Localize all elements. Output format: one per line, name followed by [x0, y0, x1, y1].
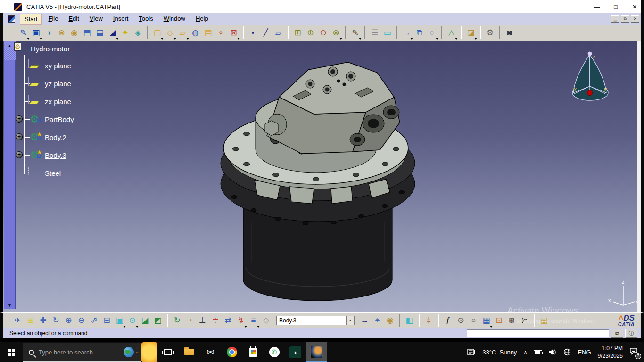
tree-item-body-3[interactable]: +⚙⚙★Body.3 [14, 148, 66, 162]
pocket-icon[interactable]: ⬓ [93, 26, 106, 39]
settings-icon[interactable]: ⚙ [484, 26, 496, 39]
equivalent-dimensions-icon[interactable]: }= [518, 314, 531, 327]
combobox-value[interactable]: Body.3 [276, 316, 346, 325]
plane-icon[interactable] [28, 59, 29, 68]
normal-view-icon[interactable]: ⇗ [88, 314, 100, 327]
tree-item-zx-plane[interactable]: zx plane [14, 94, 71, 108]
chevron-up-icon[interactable]: ∧ [523, 349, 527, 355]
mirror-icon[interactable]: ⧉ [413, 26, 426, 39]
specification-list-icon[interactable]: ≡ [247, 314, 260, 327]
menu-insert[interactable]: Insert [109, 14, 133, 25]
knowledge-comment-icon[interactable]: ⊙ [454, 314, 467, 327]
mdi-close-button[interactable]: ✕ [631, 15, 639, 23]
pad-icon[interactable]: ⬒ [81, 26, 93, 39]
update-all-icon[interactable]: ↻ [171, 314, 183, 327]
tree-item-label[interactable]: yz plane [45, 80, 71, 88]
zoom-in-icon[interactable]: ⊕ [62, 314, 75, 327]
speaker-icon[interactable] [549, 349, 557, 355]
body-gear-icon[interactable]: ⚙⚙★ [28, 149, 41, 161]
taskbar-file-explorer[interactable] [179, 342, 200, 362]
knowledge-lock-icon[interactable]: ¤ [467, 314, 480, 327]
design-table-icon[interactable]: ▦ [480, 314, 493, 327]
bounding-box-icon[interactable]: ▭ [381, 26, 394, 39]
apply-material-icon[interactable]: ◧ [403, 314, 416, 327]
chamfer-icon[interactable]: ◇ [164, 26, 176, 39]
plane-icon[interactable] [28, 95, 29, 104]
scroll-down-button[interactable]: ▼ [4, 301, 16, 309]
tree-item-xy-plane[interactable]: xy plane [14, 58, 71, 73]
taskbar-chrome[interactable] [221, 342, 242, 362]
fly-mode-icon[interactable]: ✈ [11, 314, 24, 327]
power-copy-icon[interactable]: ↯ [234, 314, 247, 327]
rotate-icon[interactable]: ↻ [50, 314, 62, 327]
weather-status[interactable]: 33°C Sunny [482, 349, 517, 356]
cylinder-pad-icon[interactable]: ⊜ [55, 26, 68, 39]
plane-icon[interactable]: ▱ [272, 26, 285, 39]
power-input-field[interactable] [467, 329, 609, 337]
part-icon[interactable]: ⚙ [14, 42, 21, 51]
swap-visible-space-icon[interactable]: ◩ [151, 314, 164, 327]
scaling-icon[interactable]: △ [445, 26, 458, 39]
thickness-icon[interactable]: ▤ [202, 26, 215, 39]
tree-root-label[interactable]: Hydro-motor [31, 45, 70, 53]
assemble-icon[interactable]: ⊞ [291, 26, 304, 39]
mdi-minimize-button[interactable]: ▁ [611, 15, 619, 23]
taskbar-whatsapp[interactable]: ✆ [264, 342, 285, 362]
render-style-icon[interactable]: ⊙ [126, 314, 139, 327]
tree-item-partbody[interactable]: +⚙⚙PartBody [14, 112, 74, 126]
tree-item-label[interactable]: PartBody [45, 115, 74, 123]
pan-icon[interactable]: ✚ [37, 314, 50, 327]
manual-update-icon[interactable]: ◔ [183, 314, 196, 327]
expand-command-button[interactable]: ⧉ [611, 329, 623, 338]
tree-item-label[interactable]: Body.2 [45, 133, 66, 141]
plane-icon[interactable] [28, 77, 29, 86]
point-icon[interactable]: • [247, 26, 259, 39]
combobox-dropdown-icon[interactable]: ▾ [346, 316, 355, 325]
sketch-icon[interactable]: ✎ [17, 26, 30, 39]
edge-fillet-icon[interactable]: ▢ [151, 26, 164, 39]
knowledge-template-icon[interactable]: ⊡ [493, 314, 505, 327]
constraint-ruler-icon[interactable]: ‡ [422, 314, 435, 327]
body-gear-icon[interactable]: ⚙⚙ [28, 113, 41, 125]
sketch-edit-icon[interactable]: ✎ [349, 26, 362, 39]
pattern-icon[interactable]: ◌ [426, 26, 438, 39]
tree-item-label[interactable]: xy plane [45, 62, 71, 70]
viewport-3d[interactable]: z x y z x y ▲ ▼ ⚙ Hydro- [3, 41, 641, 312]
hide-show-icon[interactable]: ◪ [139, 314, 151, 327]
active-body-combobox[interactable]: Body.3 ▾ [276, 316, 355, 325]
part-prism-icon[interactable]: ◇ [260, 314, 272, 327]
hole-icon[interactable]: ◉ [68, 26, 81, 39]
multi-sections-solid-icon[interactable]: ◈ [132, 26, 144, 39]
body-gear-icon[interactable]: ⚙⚙★ [28, 131, 41, 143]
info-button[interactable]: ⓘ [625, 329, 637, 338]
lock-parameter-icon[interactable]: ◙ [505, 314, 518, 327]
tree-item-label[interactable]: Body.3 [45, 151, 66, 159]
positioned-sketch-icon[interactable]: ▣ [30, 26, 42, 39]
tree-item-label[interactable]: zx plane [45, 98, 71, 106]
exchange-icon[interactable]: ⇄ [222, 314, 234, 327]
hydro-motor-3d-model[interactable] [221, 62, 415, 301]
intersect-icon[interactable]: ⊗ [330, 26, 342, 39]
menu-tools[interactable]: Tools [134, 14, 157, 25]
isometric-view-icon[interactable]: ▣ [113, 314, 126, 327]
menu-window[interactable]: Window [159, 14, 190, 25]
trim-icon[interactable]: ◪ [464, 26, 477, 39]
mdi-restore-button[interactable]: ⧉ [621, 15, 629, 23]
menu-view[interactable]: View [85, 14, 107, 25]
catalog-browser-icon[interactable]: ▤ [537, 314, 550, 327]
translate-icon[interactable]: → [400, 26, 413, 39]
tree-item-yz-plane[interactable]: yz plane [14, 76, 71, 90]
document-icon[interactable] [8, 15, 15, 23]
tree-item-steel[interactable]: Steel [14, 166, 61, 180]
measure-between-icon[interactable]: ↔ [358, 314, 371, 327]
tree-root[interactable]: ⚙ Hydro-motor [14, 42, 70, 55]
battery-icon[interactable] [534, 350, 542, 354]
taskbar-clock[interactable]: 1:07 PM 9/23/2025 [598, 345, 623, 360]
notifications-icon[interactable]: 7 [629, 347, 638, 357]
tree-item-body-2[interactable]: +⚙⚙★Body.2 [14, 130, 66, 144]
menu-edit[interactable]: Edit [64, 14, 83, 25]
taskbar-task-view[interactable] [157, 342, 179, 362]
menu-file[interactable]: File [44, 14, 62, 25]
draft-angle-icon[interactable]: ▱ [176, 26, 189, 39]
view-compass[interactable]: z x y [572, 52, 608, 100]
